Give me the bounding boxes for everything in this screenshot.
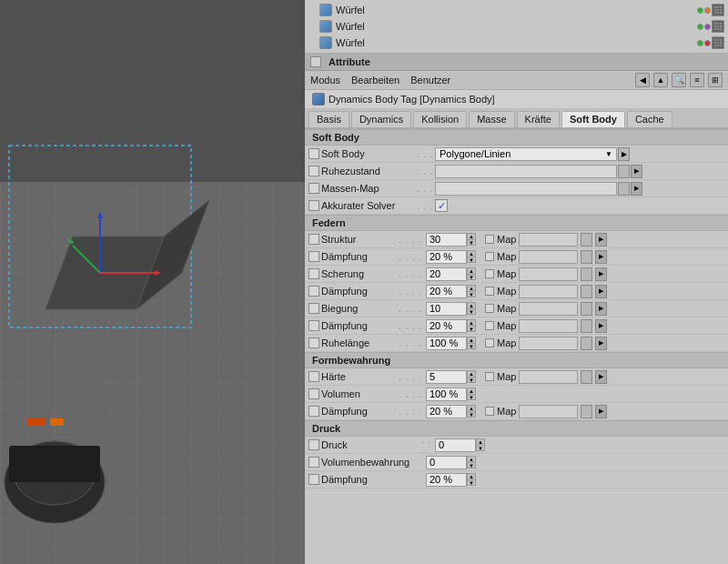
settings-button[interactable]: ≡ xyxy=(690,73,704,87)
dampfung-form-checkbox[interactable] xyxy=(308,406,319,417)
dampfung3-checkbox[interactable] xyxy=(308,320,319,331)
dampfung3-map-input[interactable] xyxy=(519,319,578,333)
dampfung-form-map-btn1[interactable] xyxy=(581,405,592,418)
dampfung1-checkbox[interactable] xyxy=(308,251,319,262)
volumenbewahrung-checkbox[interactable] xyxy=(308,457,319,468)
struktur-down[interactable]: ▼ xyxy=(467,239,476,246)
dampfung1-up[interactable]: ▲ xyxy=(467,250,476,257)
softbody-dropdown[interactable]: Polygone/Linien ▼ xyxy=(435,147,617,161)
scherung-map-checkbox[interactable] xyxy=(485,269,494,278)
struktur-checkbox[interactable] xyxy=(308,234,319,245)
druck-up[interactable]: ▲ xyxy=(476,438,485,445)
ruhelange-checkbox[interactable] xyxy=(308,337,319,348)
tab-basis[interactable]: Basis xyxy=(308,111,349,127)
dampfung-form-map-checkbox[interactable] xyxy=(485,407,494,416)
tab-soft-body[interactable]: Soft Body xyxy=(561,111,625,127)
nav-forward-button[interactable]: ▲ xyxy=(653,73,668,87)
biegung-up[interactable]: ▲ xyxy=(467,302,476,308)
tab-dynamics[interactable]: Dynamics xyxy=(351,111,411,127)
dampfung2-map-btn2[interactable]: ▶ xyxy=(595,285,607,298)
dampfung2-map-input[interactable] xyxy=(519,285,578,298)
dampfung1-map-btn2[interactable]: ▶ xyxy=(595,250,607,264)
massenmap-map-btn[interactable]: ▶ xyxy=(631,182,642,196)
scherung-up[interactable]: ▲ xyxy=(467,267,476,274)
scherung-map-input[interactable] xyxy=(519,267,578,281)
harte-map-btn2[interactable]: ▶ xyxy=(595,370,607,384)
harte-map-btn1[interactable] xyxy=(581,370,592,384)
harte-up[interactable]: ▲ xyxy=(467,370,476,377)
volumenbewahrung-input[interactable] xyxy=(426,456,467,469)
ruhelange-map-btn1[interactable] xyxy=(581,337,592,350)
dampfung2-down[interactable]: ▼ xyxy=(467,291,476,297)
volumenbewahrung-down[interactable]: ▼ xyxy=(467,462,476,468)
dampfung3-map-btn1[interactable] xyxy=(581,319,592,333)
scherung-map-btn1[interactable] xyxy=(581,267,592,281)
tab-masse[interactable]: Masse xyxy=(469,111,514,127)
biegung-input[interactable] xyxy=(426,302,467,316)
biegung-map-btn1[interactable] xyxy=(581,302,592,316)
druck-down[interactable]: ▼ xyxy=(476,445,485,451)
volumen-input[interactable] xyxy=(426,388,467,401)
expand-button[interactable]: ⊞ xyxy=(708,73,723,87)
massenmap-input[interactable] xyxy=(435,182,617,196)
biegung-checkbox[interactable] xyxy=(308,303,319,314)
struktur-input[interactable] xyxy=(426,233,467,247)
volumen-checkbox[interactable] xyxy=(308,388,319,399)
dampfung1-map-input[interactable] xyxy=(519,250,578,264)
tab-kollision[interactable]: Kollision xyxy=(413,111,467,127)
dampfung2-up[interactable]: ▲ xyxy=(467,285,476,291)
menu-benutzer[interactable]: Benutzer xyxy=(410,75,450,86)
scherung-down[interactable]: ▼ xyxy=(467,274,476,280)
ruhelange-input[interactable] xyxy=(426,337,467,350)
dampfung-form-down[interactable]: ▼ xyxy=(467,411,476,418)
ruhelange-map-btn2[interactable]: ▶ xyxy=(595,337,607,350)
ruhelange-map-checkbox[interactable] xyxy=(485,338,494,347)
struktur-map-checkbox[interactable] xyxy=(485,235,494,244)
ruhezustand-input[interactable] xyxy=(435,165,617,178)
dampfung-druck-down[interactable]: ▼ xyxy=(467,479,476,486)
dampfung3-up[interactable]: ▲ xyxy=(467,319,476,326)
akkurater-checkbox[interactable] xyxy=(308,200,319,211)
harte-map-checkbox[interactable] xyxy=(485,372,494,381)
dampfung1-map-checkbox[interactable] xyxy=(485,252,494,261)
biegung-map-input[interactable] xyxy=(519,302,578,316)
scherung-checkbox[interactable] xyxy=(308,268,319,279)
struktur-up[interactable]: ▲ xyxy=(467,233,476,239)
dampfung-druck-input[interactable] xyxy=(426,473,467,487)
dampfung1-down[interactable]: ▼ xyxy=(467,257,476,263)
druck-checkbox[interactable] xyxy=(308,439,319,450)
ruhelange-up[interactable]: ▲ xyxy=(467,337,476,343)
struktur-map-input[interactable] xyxy=(519,233,578,247)
struktur-map-btn2[interactable]: ▶ xyxy=(595,233,607,247)
dampfung-form-map-btn2[interactable]: ▶ xyxy=(595,405,607,418)
dampfung-form-map-input[interactable] xyxy=(519,405,578,418)
struktur-map-btn1[interactable] xyxy=(581,233,592,247)
dropdown-extend-btn[interactable]: ▶ xyxy=(618,147,630,161)
biegung-map-btn2[interactable]: ▶ xyxy=(595,302,607,316)
softbody-checkbox[interactable] xyxy=(308,148,319,159)
dampfung1-map-btn1[interactable] xyxy=(581,250,592,264)
biegung-down[interactable]: ▼ xyxy=(467,308,476,315)
dampfung2-map-btn1[interactable] xyxy=(581,285,592,298)
harte-map-input[interactable] xyxy=(519,370,578,384)
ruhelange-map-input[interactable] xyxy=(519,337,578,350)
dampfung2-map-checkbox[interactable] xyxy=(485,287,494,296)
tab-cache[interactable]: Cache xyxy=(627,111,672,127)
search-button[interactable]: 🔍 xyxy=(672,73,686,87)
massenmap-btn[interactable] xyxy=(618,182,630,196)
dampfung-druck-up[interactable]: ▲ xyxy=(467,473,476,479)
menu-bearbeiten[interactable]: Bearbeiten xyxy=(351,75,399,86)
dampfung1-input[interactable] xyxy=(426,250,467,264)
massenmap-checkbox[interactable] xyxy=(308,183,319,194)
ruhezustand-checkbox[interactable] xyxy=(308,166,319,176)
dampfung3-map-checkbox[interactable] xyxy=(485,321,494,330)
ruhezustand-btn[interactable] xyxy=(618,165,630,178)
menu-modus[interactable]: Modus xyxy=(310,75,340,86)
dampfung3-map-btn2[interactable]: ▶ xyxy=(595,319,607,333)
tab-kraefte[interactable]: Kräfte xyxy=(517,111,560,127)
ruhelange-down[interactable]: ▼ xyxy=(467,343,476,349)
dampfung2-checkbox[interactable] xyxy=(308,286,319,297)
dampfung3-input[interactable] xyxy=(426,319,467,333)
scherung-input[interactable] xyxy=(426,267,467,281)
ruhezustand-map-btn[interactable]: ▶ xyxy=(631,165,642,178)
